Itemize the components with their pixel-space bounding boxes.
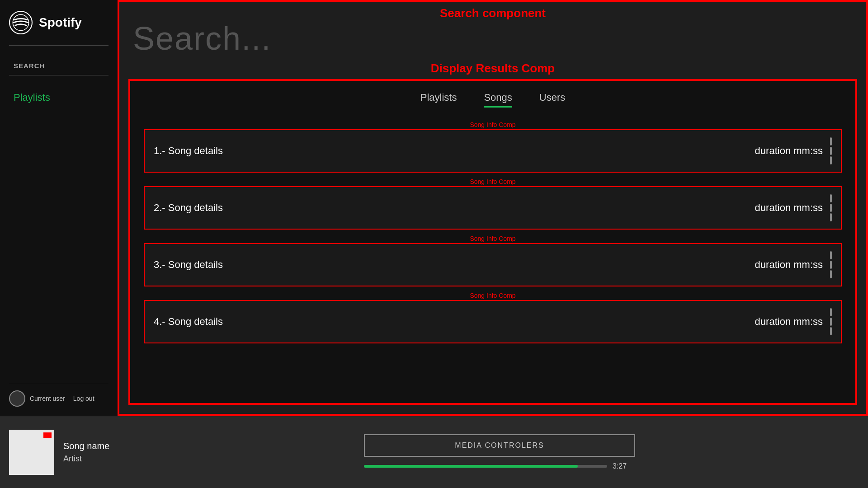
song-right-3: duration mm:ss	[755, 251, 832, 278]
song-details-2: 2.- Song details	[154, 202, 223, 214]
results-container: Playlists Songs Users Song Info Comp 1.-…	[128, 79, 857, 405]
progress-time: 3:27	[613, 462, 635, 470]
spotify-logo-icon	[9, 11, 33, 34]
album-art-red-accent	[43, 432, 52, 438]
spotify-brand-text: Spotify	[39, 15, 82, 30]
main-layout: Spotify SEARCH Playlists Current user Lo…	[0, 0, 868, 416]
song-duration-3: duration mm:ss	[755, 259, 823, 271]
sidebar-top-divider	[9, 45, 108, 46]
sidebar-logo: Spotify	[0, 0, 118, 45]
song-right-2: duration mm:ss	[755, 194, 832, 221]
logout-button[interactable]: Log out	[73, 395, 94, 402]
song-info-comp-label-4: Song Info Comp	[144, 292, 842, 299]
progress-bar-fill	[364, 465, 578, 468]
songs-list: Song Info Comp 1.- Song details duration…	[130, 112, 855, 349]
media-controllers-box[interactable]: MEDIA CONTROLERS	[364, 434, 635, 457]
song-duration-4: duration mm:ss	[755, 316, 823, 328]
song-right-4: duration mm:ss	[755, 308, 832, 335]
sidebar-bottom: Current user Log out	[0, 374, 118, 416]
media-controls-area: MEDIA CONTROLERS 3:27	[140, 434, 859, 470]
sidebar-user-area: Current user Log out	[9, 390, 108, 407]
current-user-label: Current user	[30, 395, 65, 402]
display-results-label: Display Results Comp	[133, 61, 853, 75]
table-row[interactable]: 1.- Song details duration mm:ss	[144, 129, 842, 173]
tab-playlists[interactable]: Playlists	[420, 92, 457, 108]
song-details-3: 3.- Song details	[154, 259, 223, 271]
player-artist: Artist	[63, 454, 131, 464]
search-input-display[interactable]: Search...	[133, 20, 853, 57]
album-art	[9, 430, 54, 475]
table-row[interactable]: 3.- Song details duration mm:ss	[144, 243, 842, 286]
media-controllers-label: MEDIA CONTROLERS	[455, 441, 544, 449]
drag-handle-icon[interactable]	[830, 137, 832, 164]
sidebar-nav-divider	[9, 75, 108, 75]
svg-point-1	[13, 14, 28, 30]
player-bar: Song name Artist MEDIA CONTROLERS 3:27	[0, 416, 868, 488]
song-details-4: 4.- Song details	[154, 316, 223, 328]
main-content: Search component Search... Display Resul…	[118, 0, 868, 416]
sidebar-item-playlists[interactable]: Playlists	[0, 83, 118, 109]
tabs-bar: Playlists Songs Users	[130, 85, 855, 112]
drag-handle-icon[interactable]	[830, 194, 832, 221]
song-duration-2: duration mm:ss	[755, 202, 823, 214]
drag-handle-icon[interactable]	[830, 308, 832, 335]
song-info-comp-label-2: Song Info Comp	[144, 178, 842, 185]
table-row[interactable]: 4.- Song details duration mm:ss	[144, 300, 842, 343]
progress-bar-background[interactable]	[364, 465, 607, 468]
tab-users[interactable]: Users	[539, 92, 565, 108]
avatar	[9, 390, 25, 407]
drag-handle-icon[interactable]	[830, 251, 832, 278]
song-info-comp-label-3: Song Info Comp	[144, 235, 842, 242]
search-component-label: Search component	[119, 4, 866, 20]
player-song-info: Song name Artist	[63, 441, 131, 464]
progress-container: 3:27	[364, 462, 635, 470]
tab-songs[interactable]: Songs	[484, 92, 512, 108]
sidebar: Spotify SEARCH Playlists Current user Lo…	[0, 0, 118, 416]
sidebar-item-search[interactable]: SEARCH	[0, 56, 118, 75]
player-song-name: Song name	[63, 441, 131, 451]
sidebar-bottom-divider	[9, 383, 108, 383]
song-info-comp-label-1: Song Info Comp	[144, 121, 842, 128]
song-details-1: 1.- Song details	[154, 145, 223, 157]
sidebar-nav: SEARCH Playlists	[0, 53, 118, 113]
song-right-1: duration mm:ss	[755, 137, 832, 164]
table-row[interactable]: 2.- Song details duration mm:ss	[144, 186, 842, 230]
song-duration-1: duration mm:ss	[755, 145, 823, 157]
